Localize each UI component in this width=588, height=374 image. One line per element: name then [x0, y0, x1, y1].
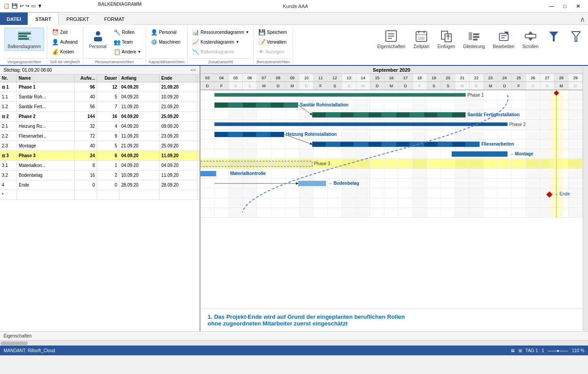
andere-label: Andere [122, 49, 136, 54]
gantt-label: → Bodenbelag [328, 181, 359, 186]
undo-icon[interactable]: ↩ [20, 3, 24, 9]
row-nr: 1.1 [0, 92, 17, 102]
nav-left[interactable]: << [190, 67, 196, 73]
kosten-button[interactable]: 💰Kosten [50, 47, 79, 57]
close-button[interactable]: ✕ [572, 2, 584, 11]
gantt-month: September 2020 [200, 66, 583, 74]
table-row[interactable]: 4 Ende 0 0 28.09.20 28.09.20 [0, 180, 200, 190]
vertical-scrollbar[interactable] [583, 66, 588, 331]
title-bar-icons: 📋 💾 ↩ ↪ ▭ ▼ [4, 3, 42, 9]
maximize-button[interactable]: □ [559, 2, 571, 11]
ribbon-collapse-button[interactable]: ∧ [577, 14, 588, 25]
gantt-weekday-22: F [512, 82, 526, 89]
tag-text: ⊞ [519, 348, 522, 353]
ribbon-group-ressourcen: Personal 🔧Rollen 👥Team 📋Andere ▼ Ressour… [83, 27, 146, 65]
balkendiagramm2-button[interactable]: 📉 Balkendiagramm [190, 47, 251, 57]
personal-kap-button[interactable]: 👤Personal [149, 28, 182, 37]
gantt-bar [368, 142, 381, 146]
svg-point-7 [96, 31, 100, 36]
gantt-bar [424, 113, 437, 117]
table-row[interactable]: ⊟3 Phase 3 24 6 04.09.20 11.09.20 [0, 151, 200, 161]
title-bar: 📋 💾 ↩ ↪ ▭ ▼ BALKENDIAGRAMM Kunde AAA — □… [0, 0, 588, 12]
filter2-button[interactable] [566, 28, 586, 45]
row-anfang: 04.09.20 [119, 122, 159, 131]
ribbon-spacer [293, 27, 374, 65]
gantt-weekday-25: M [555, 82, 569, 89]
andere-button[interactable]: 📋Andere ▼ [112, 47, 143, 57]
soll-ist-col: ⏰Zeit 👤Aufwand 💰Kosten [50, 28, 79, 57]
gantt-bar [214, 93, 466, 97]
ribbon-name-label: BALKENDIAGRAMM [98, 2, 142, 7]
balkendiagramm2-icon: 📉 [192, 49, 199, 55]
speichern-button[interactable]: 💾Speichern [257, 28, 289, 37]
gantt-bar [298, 181, 326, 186]
table-row[interactable]: 1.1 Sanitär Roh... 40 5 04.09.20 10.09.2… [0, 92, 200, 102]
aufwand-label: Aufwand [60, 40, 78, 45]
gantt-weekday-0: D [200, 82, 215, 89]
gantt-day-16: 16 [384, 74, 399, 81]
table-row[interactable]: 2.1 Heizung Ro... 32 4 04.09.20 09.09.20 [0, 122, 200, 131]
zeit-button[interactable]: ⏰Zeit [50, 28, 79, 37]
maschinen-button[interactable]: ⚙️Maschinen [149, 37, 182, 47]
scrollen-button[interactable]: Scrollen [519, 28, 542, 51]
scrollen-icon [523, 29, 538, 43]
balkendiagramm-icon [17, 29, 32, 43]
stichtag-bar: Stichtag: 01.09.20 08:00 << [0, 66, 200, 74]
hscroll-thumb[interactable] [1, 341, 28, 345]
gantt-day-19: 19 [427, 74, 441, 81]
eigenschaften-button[interactable]: Eigenschaften [374, 28, 408, 51]
row-dauer: 1 [97, 161, 119, 170]
table-row[interactable]: 2.2 Fliesenarbei... 72 9 11.09.20 23.09.… [0, 131, 200, 141]
zeitplan-button[interactable]: 100 Zeitplan [410, 28, 433, 51]
horizontal-scrollbar[interactable] [0, 340, 588, 346]
tab-datei[interactable]: DATEI [0, 12, 28, 25]
gantt-bar [271, 103, 284, 107]
dropdown-icon[interactable]: ▼ [37, 3, 42, 9]
table-row[interactable]: 1.2 Sanitär Fert... 56 7 11.09.20 21.09.… [0, 102, 200, 112]
zoom-slider[interactable]: ——●—— [548, 348, 568, 353]
kostendiagramm-icon: 📈 [192, 39, 199, 45]
bearbeiten-button[interactable]: Bearbeiten [490, 28, 517, 51]
ribbon-group-zusatz: 📊 Ressourcendiagramm ▼ 📈 Kostendiagramm … [188, 27, 254, 65]
personal-button[interactable]: Personal [86, 28, 110, 51]
tab-start[interactable]: START [28, 12, 59, 25]
anzeigen-button[interactable]: 👁Anzeigen [257, 47, 289, 57]
gantt-day-13: 13 [342, 74, 356, 81]
tab-format[interactable]: FORMAT [97, 12, 132, 25]
row-anfang: 04.09.20 [119, 161, 159, 170]
gantt-bar [215, 132, 228, 137]
minimize-button[interactable]: — [545, 2, 558, 11]
filter1-button[interactable] [543, 28, 564, 45]
table-row[interactable]: ⊟1 Phase 1 96 12 04.09.20 21.09.20 [0, 82, 200, 92]
kostendiagramm-button[interactable]: 📈 Kostendiagramm ▼ [190, 37, 251, 47]
ressourcendiagramm-button[interactable]: 📊 Ressourcendiagramm ▼ [190, 28, 251, 37]
gantt-day-15: 15 [370, 74, 384, 81]
row-aufw: 40 [75, 92, 97, 102]
table-row[interactable]: 3.2 Bodenbelag 16 2 10.09.20 11.09.20 [0, 171, 200, 180]
row-anfang: 10.09.20 [119, 171, 159, 180]
row-nr: 3.1 [0, 161, 17, 170]
svg-rect-24 [473, 36, 479, 38]
row-anfang: 11.09.20 [119, 102, 159, 111]
table-row[interactable]: 3.1 Materialkon... 8 1 04.09.20 04.09.20 [0, 161, 200, 171]
row-name: Sanitär Fert... [17, 102, 75, 111]
tab-projekt[interactable]: PROJEKT [59, 12, 97, 25]
rollen-button[interactable]: 🔧Rollen [112, 28, 143, 37]
verwalten-button[interactable]: 📝Verwalten [257, 37, 289, 47]
team-button[interactable]: 👥Team [112, 37, 143, 47]
row-anfang: 04.09.20 [119, 112, 159, 121]
aufwand-button[interactable]: 👤Aufwand [50, 37, 79, 47]
gliederung-button[interactable]: Gliederung [460, 28, 488, 51]
row-name: Phase 1 [17, 82, 75, 92]
save-icon[interactable]: 💾 [12, 3, 18, 9]
redo-icon[interactable]: ↪ [25, 3, 29, 9]
ribbon-group-soll-ist: ⏰Zeit 👤Aufwand 💰Kosten Soll-Ist-Vergleic… [47, 27, 83, 65]
zeit-label: Zeit [60, 30, 68, 35]
svg-rect-23 [473, 33, 479, 35]
table-row[interactable]: * [0, 190, 200, 200]
gantt-label: → Ende [554, 191, 570, 196]
table-row[interactable]: 2.3 Montage 40 5 21.09.20 25.09.20 [0, 141, 200, 151]
balkendiagramm-button[interactable]: Balkendiagramm [4, 28, 44, 51]
table-row[interactable]: ⊟2 Phase 2 144 16 04.09.20 25.09.20 [0, 112, 200, 122]
einfuegen-button[interactable]: Einfügen [434, 28, 458, 51]
